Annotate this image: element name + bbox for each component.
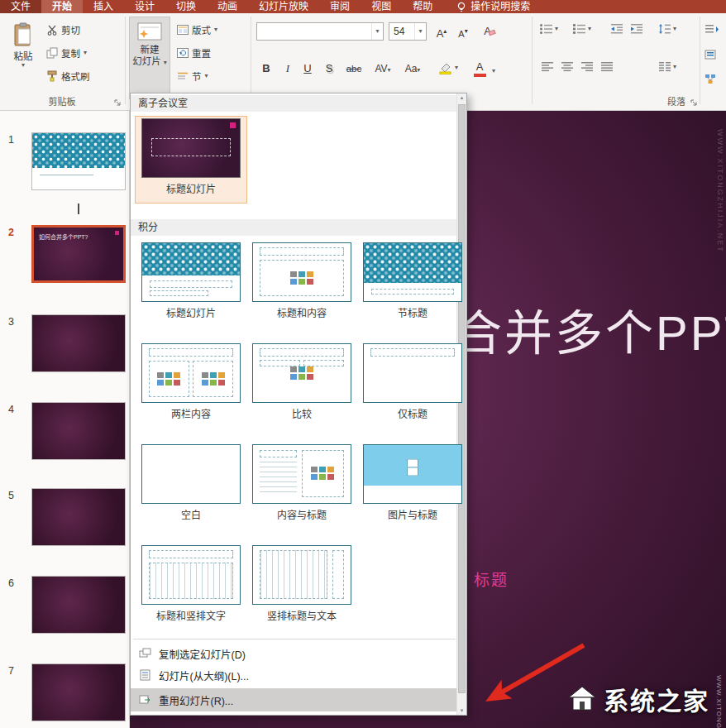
layout-button[interactable]: 版式 ▾ — [177, 22, 217, 38]
clear-formatting-button[interactable]: A — [481, 22, 498, 41]
text-direction-icon — [705, 24, 719, 36]
grow-font-button[interactable]: A▴ — [433, 22, 450, 41]
slide-number-5: 5 — [8, 490, 14, 501]
paste-button[interactable]: 粘贴 ▾ — [5, 17, 41, 98]
cut-button[interactable]: 剪切 — [46, 22, 80, 38]
highlight-color-button[interactable]: ▾ — [438, 61, 458, 74]
slide-thumbnail-2[interactable]: 如何合并多个PPT? — [31, 225, 126, 283]
lightbulb-icon — [456, 2, 466, 12]
font-name-select[interactable]: ▾ — [256, 22, 384, 41]
decrease-indent-button[interactable] — [610, 23, 623, 35]
numbering-button[interactable]: ▾ — [572, 23, 591, 35]
chevron-down-icon: ▾ — [21, 62, 25, 69]
tab-home[interactable]: 开始 — [41, 0, 83, 13]
layout-thumbnail-comparison — [252, 343, 351, 403]
font-color-dropdown[interactable]: ▾ — [490, 60, 498, 79]
layout-option-teal-title[interactable]: 标题幻灯片 — [136, 241, 246, 327]
slide-thumbnail-1[interactable] — [31, 132, 126, 190]
new-slide-label-1: 新建 — [141, 45, 160, 55]
layout-option-comparison[interactable]: 比较 — [246, 342, 357, 428]
layout-option-vertical-text[interactable]: 标题和竖排文字 — [136, 544, 246, 630]
section-button[interactable]: 节 ▾ — [177, 68, 208, 84]
justify-button[interactable] — [600, 61, 614, 72]
slide-thumbnail-4[interactable] — [31, 402, 126, 460]
chevron-down-icon: ▾ — [455, 65, 458, 71]
slide-thumbnail-5[interactable] — [31, 488, 126, 546]
tab-review[interactable]: 审阅 — [319, 0, 361, 13]
bullets-button[interactable]: ▾ — [539, 23, 558, 35]
reuse-slides[interactable]: 重用幻灯片(R)... — [131, 688, 456, 711]
bold-button[interactable]: B — [258, 60, 275, 78]
shrink-font-button[interactable]: A▾ — [455, 22, 471, 41]
layout-option-blank[interactable]: 空白 — [136, 443, 246, 529]
tab-slideshow[interactable]: 幻灯片放映 — [248, 0, 319, 13]
change-case-button[interactable]: Aa▾ — [402, 60, 423, 78]
layout-option-picture-caption[interactable]: 图片与标题 — [357, 443, 468, 529]
strikethrough-button[interactable]: abc — [342, 60, 365, 78]
align-left-button[interactable] — [541, 61, 554, 72]
layout-thumbnail-vertical-text — [141, 545, 241, 605]
layout-option-ion-title[interactable]: 标题幻灯片 — [136, 117, 246, 203]
font-color-button[interactable]: A — [471, 60, 488, 79]
ribbon-tab-bar: 文件开始插入设计切换动画幻灯片放映审阅视图帮助 操作说明搜索 — [0, 0, 726, 13]
tell-me-search[interactable]: 操作说明搜索 — [456, 0, 530, 13]
tab-file[interactable]: 文件 — [0, 0, 41, 13]
watermark-logo: 系统之家 WWW.XITONGZHIJIA.NET — [566, 675, 723, 723]
cut-label: 剪切 — [61, 23, 80, 36]
format-painter-button[interactable]: 格式刷 — [46, 68, 90, 84]
font-size-select[interactable]: 54 ▾ — [389, 22, 427, 41]
tab-view[interactable]: 视图 — [361, 0, 402, 13]
layout-option-content-caption[interactable]: 内容与标题 — [246, 443, 357, 529]
slide-thumbnail-7[interactable] — [31, 663, 126, 721]
layout-label: 比较 — [246, 406, 357, 420]
layout-label: 标题幻灯片 — [136, 305, 246, 319]
text-direction-button[interactable] — [705, 20, 726, 40]
align-text-icon — [705, 49, 719, 60]
watermark-url-vertical: WWW.XITONGZHIJIA.NET — [716, 129, 724, 253]
layout-section-header: 积分 — [131, 219, 456, 236]
tab-animations[interactable]: 动画 — [207, 0, 248, 13]
layout-option-two-content[interactable]: 两栏内容 — [136, 342, 246, 428]
tab-design[interactable]: 设计 — [124, 0, 165, 13]
scissors-icon — [46, 24, 58, 36]
align-text-button[interactable] — [705, 45, 726, 65]
scroll-up-icon[interactable]: ▴ — [457, 94, 466, 101]
line-spacing-button[interactable]: ▾ — [658, 23, 676, 35]
increase-indent-button[interactable] — [630, 23, 643, 35]
slides-from-outline[interactable]: 幻灯片(从大纲)(L)... — [131, 665, 456, 685]
clipboard-dialog-launcher[interactable] — [113, 98, 122, 107]
line-spacing-icon — [658, 23, 671, 35]
slide-thumbnail-3[interactable] — [31, 314, 126, 372]
layout-option-teal-section[interactable]: 节标题 — [357, 241, 468, 327]
align-right-button[interactable] — [580, 61, 594, 72]
paragraph-dialog-launcher[interactable] — [690, 98, 698, 107]
watermark-url: WWW.XITONGZHIJIA.NET — [715, 675, 723, 723]
columns-button[interactable]: ▾ — [658, 61, 676, 72]
layout-option-title-only[interactable]: 仅标题 — [357, 342, 468, 428]
slide-thumbnail-6[interactable] — [31, 576, 126, 634]
highlighter-icon — [438, 61, 453, 74]
reset-button[interactable]: 重置 — [177, 45, 211, 61]
text-shadow-button[interactable]: S — [321, 60, 337, 78]
layout-option-title-content[interactable]: 标题和内容 — [246, 241, 357, 327]
menu-item-label: 幻灯片(从大纲)(L)... — [159, 668, 249, 683]
layout-icon — [177, 25, 189, 35]
new-slide-button[interactable]: 新建 幻灯片 ▾ — [129, 17, 170, 99]
tab-transitions[interactable]: 切换 — [165, 0, 207, 13]
scroll-down-icon[interactable]: ▾ — [457, 707, 466, 714]
tab-help[interactable]: 帮助 — [402, 0, 443, 13]
layout-label: 两栏内容 — [136, 406, 246, 420]
align-center-button[interactable] — [561, 61, 574, 72]
tab-insert[interactable]: 插入 — [83, 0, 124, 13]
copy-button[interactable]: 复制 ▾ — [46, 45, 87, 61]
italic-button[interactable]: I — [279, 60, 296, 78]
section-icon — [177, 71, 189, 81]
font-size-value: 54 — [394, 26, 414, 37]
house-icon — [566, 685, 598, 713]
layout-option-vertical-title[interactable]: 竖排标题与文本 — [246, 544, 357, 630]
character-spacing-button[interactable]: AV▾ — [372, 60, 394, 78]
layout-thumbnail-teal-title — [141, 242, 241, 302]
underline-button[interactable]: U — [299, 60, 316, 78]
duplicate-selected-slides[interactable]: 复制选定幻灯片(D) — [131, 644, 456, 663]
convert-smartart-button[interactable] — [705, 69, 726, 89]
